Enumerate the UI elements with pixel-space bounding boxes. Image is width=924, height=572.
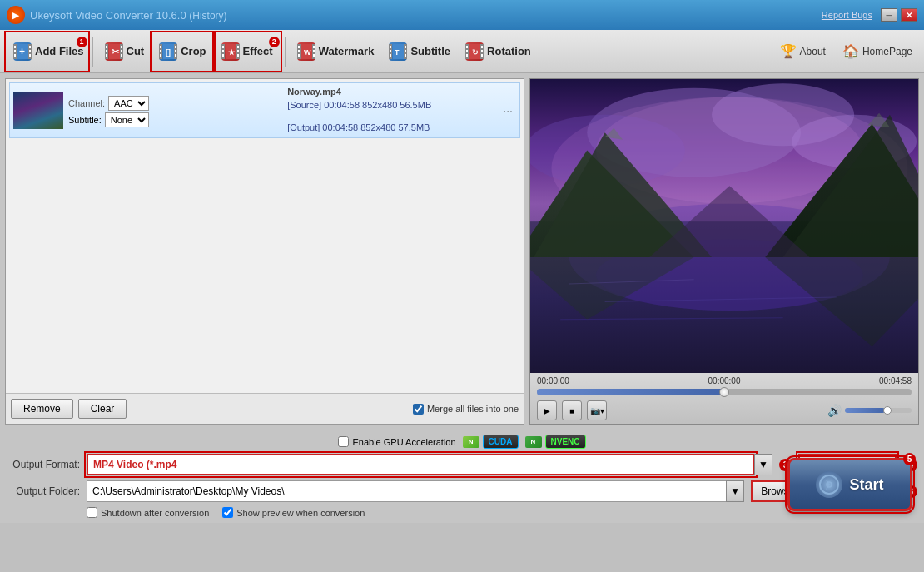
toolbar-right: 🏆 About 🏠 HomePage [775,40,917,62]
svg-rect-46 [313,46,315,48]
svg-rect-32 [222,50,224,52]
start-label: Start [849,476,883,494]
start-badge: 5 [903,453,916,465]
svg-rect-63 [466,54,468,57]
about-button[interactable]: 🏆 About [775,40,831,62]
add-files-button[interactable]: + Add Files [7,33,87,70]
rotation-button[interactable]: ↻ Rotation [459,33,538,70]
about-icon: 🏆 [780,43,797,59]
volume-fill [845,408,885,413]
output-format-row: Output Format: ▼ 3 Output Settings 4 [7,454,917,475]
shutdown-label: Shutdown after conversion [101,508,209,518]
file-subtitle-row: Subtitle: None [68,112,276,127]
folder-path-input[interactable] [87,480,727,502]
play-button[interactable]: ▶ [537,400,557,420]
table-row[interactable]: Channel: AAC Subtitle: None Norway.mp4 [9,82,520,138]
svg-rect-66 [481,46,483,48]
svg-rect-23 [160,54,161,57]
svg-rect-47 [313,50,315,52]
svg-rect-38 [237,54,239,57]
svg-rect-43 [298,54,300,57]
channel-select[interactable]: AAC [108,96,149,111]
svg-rect-26 [175,46,176,48]
stop-button[interactable]: ■ [562,400,582,420]
shutdown-checkbox[interactable] [87,507,97,518]
crop-icon: [] [159,42,177,61]
effect-badge: 2 [269,37,280,47]
cuda-logo: N [463,436,479,448]
svg-rect-21 [160,46,161,48]
time-left: 00:00:00 [537,376,569,385]
progress-fill [537,389,724,395]
homepage-button[interactable]: 🏠 HomePage [837,40,917,62]
svg-rect-62 [466,50,468,52]
progress-thumb[interactable] [719,387,729,397]
crop-label: Crop [181,45,206,57]
rotation-icon: ↻ [465,42,484,61]
file-more-button[interactable]: ··· [499,104,516,117]
cuda-group: N CUDA [463,435,519,449]
report-bugs-link[interactable]: Report Bugs [822,10,872,20]
screenshot-button[interactable]: 📷▾ [587,400,607,420]
svg-rect-41 [298,46,300,48]
output-folder-row: Output Folder: ▼ Browse... Open Output 6 [7,480,917,502]
svg-rect-13 [106,54,107,57]
format-dropdown-arrow[interactable]: ▼ [754,454,772,475]
clear-button[interactable]: Clear [78,399,127,419]
svg-rect-8 [29,54,31,57]
preview-label: Show preview when conversion [236,508,365,518]
volume-icon: 🔊 [827,404,842,417]
subtitle-icon: T [389,42,407,61]
preview-panel: 00:00:00 00:00:00 00:04:58 ▶ ■ 📷▾ 🔊 [529,78,919,425]
output-format-input[interactable] [87,454,755,475]
start-button-container: Start 5 [787,458,912,511]
add-files-icon: + [13,42,32,61]
svg-text:✂: ✂ [112,47,120,57]
subtitle-label-field: Subtitle: [68,115,102,125]
progress-bar[interactable] [537,389,912,395]
time-middle: 00:00:00 [708,376,741,385]
folder-dropdown-arrow[interactable]: ▼ [726,480,744,502]
svg-rect-37 [237,50,239,52]
options-row: Shutdown after conversion Show preview w… [7,507,917,518]
svg-text:T: T [395,48,400,57]
output-folder-label: Output Folder: [7,485,80,497]
svg-rect-18 [121,54,122,57]
cut-button[interactable]: ✂ Cut [98,33,152,70]
merge-checkbox-input[interactable] [413,404,424,415]
close-button[interactable]: ✕ [901,8,917,22]
nvenc-group: N NVENC [525,435,586,449]
gpu-enable-checkbox[interactable] [338,436,349,447]
homepage-label: HomePage [862,46,912,57]
subtitle-select[interactable]: None [105,112,149,127]
svg-rect-6 [29,46,31,48]
effect-label: Effect [243,45,273,57]
svg-rect-7 [29,50,31,52]
svg-text:[]: [] [166,48,171,57]
minimize-button[interactable]: ─ [881,8,897,22]
start-button[interactable]: Start [787,458,912,511]
file-panel: Channel: AAC Subtitle: None Norway.mp4 [5,78,524,425]
volume-track[interactable] [845,408,912,413]
subtitle-button[interactable]: T Subtitle [382,33,457,70]
gpu-enable-label: Enable GPU Acceleration [352,437,455,447]
add-badge: 1 [77,37,87,47]
preview-controls: 00:00:00 00:00:00 00:04:58 ▶ ■ 📷▾ 🔊 [530,373,918,424]
cuda-badge: CUDA [483,435,519,449]
svg-rect-33 [222,54,224,57]
preview-checkbox[interactable] [222,507,233,518]
svg-text:+: + [19,46,25,57]
crop-button[interactable]: [] Crop [152,33,212,70]
remove-button[interactable]: Remove [11,399,73,419]
file-meta: Norway.mp4 [Source] 00:04:58 852x480 56.… [287,87,494,134]
svg-rect-67 [481,50,483,52]
svg-rect-16 [121,46,122,48]
svg-rect-28 [175,54,176,57]
format-input-group: ▼ [87,454,772,475]
toolbar: + Add Files 1 ✂ Cut [] Crop ★ Effect 2 [0,30,924,73]
file-list[interactable]: Channel: AAC Subtitle: None Norway.mp4 [6,79,524,393]
preview-video [530,79,918,373]
separator-2 [285,37,286,67]
volume-thumb[interactable] [883,406,892,415]
watermark-button[interactable]: W Watermark [291,33,381,70]
